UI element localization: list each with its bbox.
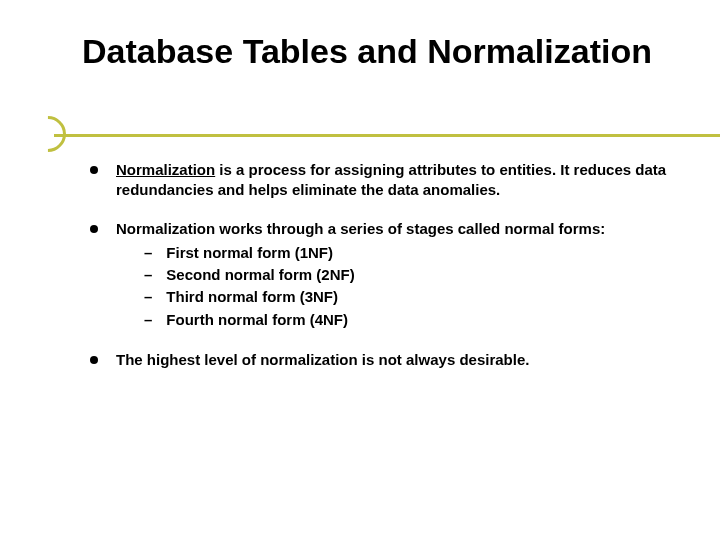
dash-icon: – bbox=[144, 287, 152, 307]
sub-item: – Third normal form (3NF) bbox=[144, 287, 670, 307]
dash-icon: – bbox=[144, 310, 152, 330]
sub-item: – Second normal form (2NF) bbox=[144, 265, 670, 285]
bullet-text: Normalization works through a series of … bbox=[116, 219, 670, 332]
dash-icon: – bbox=[144, 265, 152, 285]
bullet-text: The highest level of normalization is no… bbox=[116, 350, 670, 370]
bullet-main-text: Normalization works through a series of … bbox=[116, 220, 605, 237]
sub-text: Second normal form (2NF) bbox=[166, 265, 354, 285]
bullet-disc-icon bbox=[90, 225, 98, 233]
sub-item: – First normal form (1NF) bbox=[144, 243, 670, 263]
title-underline bbox=[0, 123, 720, 147]
sub-text: Third normal form (3NF) bbox=[166, 287, 338, 307]
bullet-text: Normalization is a process for assigning… bbox=[116, 160, 670, 201]
dash-icon: – bbox=[144, 243, 152, 263]
bullet-underlined-word: Normalization bbox=[116, 161, 215, 178]
bullet-item: The highest level of normalization is no… bbox=[90, 350, 670, 370]
bullet-disc-icon bbox=[90, 166, 98, 174]
underline-line bbox=[54, 134, 720, 137]
bullet-item: Normalization is a process for assigning… bbox=[90, 160, 670, 201]
sub-text: First normal form (1NF) bbox=[166, 243, 333, 263]
slide-content: Normalization is a process for assigning… bbox=[90, 160, 670, 388]
slide-title: Database Tables and Normalization bbox=[82, 32, 680, 70]
sub-item: – Fourth normal form (4NF) bbox=[144, 310, 670, 330]
bullet-item: Normalization works through a series of … bbox=[90, 219, 670, 332]
bullet-disc-icon bbox=[90, 356, 98, 364]
slide-title-block: Database Tables and Normalization bbox=[82, 32, 680, 70]
sub-list: – First normal form (1NF) – Second norma… bbox=[144, 243, 670, 330]
sub-text: Fourth normal form (4NF) bbox=[166, 310, 348, 330]
